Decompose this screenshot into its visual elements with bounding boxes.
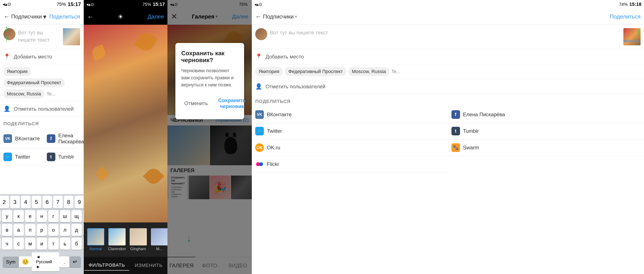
people-row-1[interactable]: 👤 Отметить пользователей xyxy=(0,101,84,117)
key-ш[interactable]: ш xyxy=(60,210,70,222)
key-6[interactable]: 6 xyxy=(42,196,52,208)
key-я[interactable]: я xyxy=(0,238,1,250)
key-к[interactable]: к xyxy=(14,210,24,222)
key-т[interactable]: т xyxy=(48,238,58,250)
key-д[interactable]: д xyxy=(72,224,82,236)
location-row-1[interactable]: 📍 Добавить место xyxy=(0,49,84,65)
people-icon-4: 👤 xyxy=(255,83,262,90)
filter-gingham[interactable]: Gingham xyxy=(128,228,148,251)
people-icon-1: 👤 xyxy=(4,106,10,112)
sym-key[interactable]: Sym xyxy=(2,256,19,267)
share-section-title-4: ПОДЕЛИТЬСЯ xyxy=(252,94,644,106)
dialog-save-button[interactable]: Сохранить черновик xyxy=(215,94,249,112)
key-7[interactable]: 7 xyxy=(53,196,63,208)
dialog-cancel-button[interactable]: Отменить xyxy=(182,94,211,112)
key-9[interactable]: 9 xyxy=(75,196,84,208)
key-е[interactable]: е xyxy=(25,210,36,222)
row-1: й ц у к е н г ш щ з х xyxy=(1,210,83,222)
num-row: 1 2 3 4 5 6 7 8 9 0 xyxy=(1,196,83,208)
key-у[interactable]: у xyxy=(2,210,12,222)
time-label-2: 15:17 xyxy=(153,2,165,7)
share-button-4[interactable]: Поделиться xyxy=(610,13,640,20)
key-5[interactable]: 5 xyxy=(32,196,41,208)
share-item-twitter-1[interactable]: 🐦 Twitter xyxy=(0,149,43,165)
nav-title-4: Подписчики xyxy=(263,13,294,20)
next-button-2[interactable]: Далее xyxy=(148,13,164,20)
filter-normal-label: Normal xyxy=(89,247,102,251)
post-text-input-4[interactable]: Вот тут вы пишете текст xyxy=(270,28,621,45)
tag-chip-3[interactable]: Moscow, Russia xyxy=(4,89,44,98)
battery-label-1: 75% xyxy=(57,2,66,7)
share-item-vk-1[interactable]: VK ВКонтакте xyxy=(0,129,43,149)
share-item-tumblr-1[interactable]: t Tumblr xyxy=(43,149,88,165)
location-icon-1: 📍 xyxy=(4,53,10,60)
share-label-twitter-4: Twitter xyxy=(267,128,282,134)
share-item-twitter-4[interactable]: 🐦 Twitter xyxy=(252,123,448,139)
back-button-4[interactable]: ← Подписчики ▾ xyxy=(255,13,297,20)
tag-chip-4-3[interactable]: Moscow, Russia xyxy=(348,67,390,76)
share-item-fb-1[interactable]: f Елена Пискарёва xyxy=(43,129,88,149)
key-м[interactable]: м xyxy=(25,238,36,250)
share-item-flickr-4[interactable]: Flickr xyxy=(252,156,448,173)
key-р[interactable]: р xyxy=(37,224,47,236)
filter-normal[interactable]: Normal xyxy=(86,228,106,251)
key-п[interactable]: п xyxy=(25,224,36,236)
post-thumbnail-1 xyxy=(63,28,80,45)
tag-chip-2[interactable]: Федеративный Проспект xyxy=(4,78,64,87)
post-content-area-4: Вот тут вы пишете текст Изменить ↑ xyxy=(252,25,644,49)
post-text-input-1[interactable]: Вот тут вы пишете текст xyxy=(18,28,60,45)
top-nav-2: ← ☀ Далее xyxy=(84,9,168,25)
share-item-fb-4[interactable]: f Елена Пискарёва xyxy=(448,106,644,123)
panel-filter: ◂▴⊙ 75% 15:17 ← ☀ Далее Normal Clarendon xyxy=(84,0,168,274)
share-item-tumblr-4[interactable]: t Tumblr xyxy=(448,123,644,139)
key-3[interactable]: 3 xyxy=(10,196,20,208)
back-icon-4: ← xyxy=(255,13,262,20)
filter-clarendon[interactable]: Clarendon xyxy=(107,228,127,251)
enter-key[interactable]: ↵ xyxy=(69,256,81,267)
key-2[interactable]: 2 xyxy=(0,196,9,208)
brightness-icon[interactable]: ☀ xyxy=(118,13,124,21)
top-nav-1: ← Подписчики ▾ Поделиться xyxy=(0,9,84,25)
key-в[interactable]: в xyxy=(2,224,12,236)
dialog-buttons: Отменить Сохранить черновик xyxy=(182,94,238,112)
dialog-title: Сохранить как черновик? xyxy=(182,50,238,64)
key-о[interactable]: о xyxy=(48,224,58,236)
tab-edit[interactable]: ИЗМЕНИТЬ xyxy=(130,260,167,270)
key-с[interactable]: с xyxy=(14,238,24,250)
nav-title-1: Подписчики xyxy=(11,13,42,20)
location-label-1: Добавить место xyxy=(14,54,52,60)
key-л[interactable]: л xyxy=(60,224,70,236)
share-grid-4: VK ВКонтакте f Елена Пискарёва 🐦 Twitter… xyxy=(252,106,644,173)
key-ы[interactable]: ы xyxy=(0,224,1,236)
key-н[interactable]: н xyxy=(37,210,47,222)
tag-chip-1[interactable]: Якитория xyxy=(4,67,31,76)
key-ч[interactable]: ч xyxy=(2,238,12,250)
key-щ[interactable]: щ xyxy=(72,210,82,222)
key-ц[interactable]: ц xyxy=(0,210,1,222)
key-4[interactable]: 4 xyxy=(21,196,30,208)
key-б[interactable]: б xyxy=(72,238,82,250)
share-item-vk-4[interactable]: VK ВКонтакте xyxy=(252,106,448,123)
arrow-indicator-1: ↑ xyxy=(4,24,9,34)
dot-key[interactable]: . xyxy=(59,256,69,267)
key-8[interactable]: 8 xyxy=(64,196,74,208)
tag-chip-4-2[interactable]: Федеративный Проспект xyxy=(285,67,346,76)
dropdown-arrow-1: ▾ xyxy=(43,13,46,21)
tag-chip-4-1[interactable]: Якитория xyxy=(255,67,283,76)
location-row-4[interactable]: 📍 Добавить место xyxy=(252,49,644,65)
lang-key[interactable]: ◄ Русский ► xyxy=(32,252,59,271)
key-и[interactable]: и xyxy=(37,238,47,250)
key-а[interactable]: а xyxy=(14,224,24,236)
key-ь[interactable]: ь xyxy=(60,238,70,250)
emoji-key[interactable]: 😊 xyxy=(19,256,32,267)
change-link-4[interactable]: Изменить xyxy=(624,38,639,44)
back-button-2[interactable]: ← xyxy=(87,13,94,21)
share-item-ok-4[interactable]: ОК OK.ru xyxy=(252,139,448,156)
filter-m[interactable]: M... xyxy=(149,228,168,251)
people-row-4[interactable]: 👤 Отметить пользователей xyxy=(252,79,644,94)
key-г[interactable]: г xyxy=(48,210,58,222)
back-button-1[interactable]: ← Подписчики ▾ xyxy=(4,13,46,21)
share-item-swarm-4[interactable]: 🐾 Swarm xyxy=(448,139,644,156)
share-button-1[interactable]: Поделиться xyxy=(49,13,80,20)
tab-filter[interactable]: ФИЛЬТРОВАТЬ xyxy=(84,260,130,270)
